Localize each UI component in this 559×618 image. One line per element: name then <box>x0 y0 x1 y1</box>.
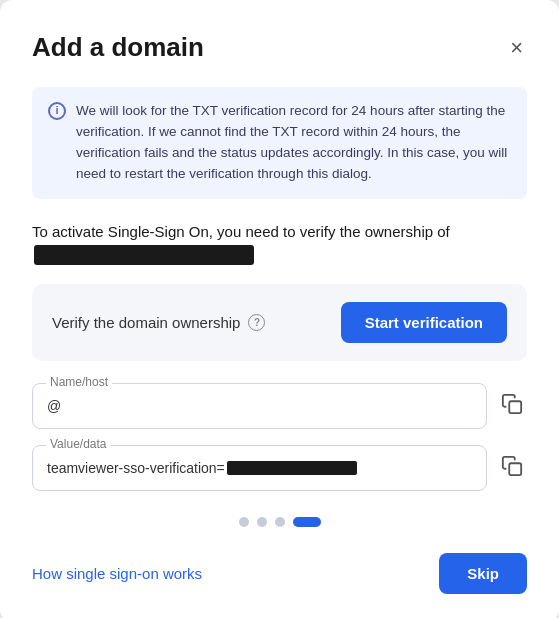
modal-footer: How single sign-on works Skip <box>32 545 527 594</box>
value-prefix: teamviewer-sso-verification= <box>47 460 225 476</box>
info-icon: i <box>48 102 66 120</box>
info-text: We will look for the TXT verification re… <box>76 101 511 185</box>
svg-rect-1 <box>509 463 521 475</box>
value-data-field: Value/data teamviewer-sso-verification= <box>32 445 527 491</box>
value-data-display: teamviewer-sso-verification= <box>32 445 487 491</box>
name-host-label: Name/host <box>46 375 112 389</box>
name-host-input[interactable] <box>32 383 487 429</box>
modal-title: Add a domain <box>32 32 204 63</box>
activation-text: To activate Single-Sign On, you need to … <box>32 221 527 266</box>
pagination-dots <box>32 517 527 527</box>
dot-2 <box>257 517 267 527</box>
close-button[interactable]: × <box>506 33 527 63</box>
how-sso-works-link[interactable]: How single sign-on works <box>32 565 202 582</box>
info-box: i We will look for the TXT verification … <box>32 87 527 199</box>
name-host-field: Name/host <box>32 383 527 429</box>
dot-4-active <box>293 517 321 527</box>
help-icon[interactable]: ? <box>248 314 265 331</box>
dot-3 <box>275 517 285 527</box>
start-verification-button[interactable]: Start verification <box>341 302 507 343</box>
value-data-label: Value/data <box>46 437 111 451</box>
verify-box: Verify the domain ownership ? Start veri… <box>32 284 527 361</box>
copy-name-button[interactable] <box>497 389 527 422</box>
value-redacted <box>227 461 357 475</box>
skip-button[interactable]: Skip <box>439 553 527 594</box>
modal-header: Add a domain × <box>32 32 527 63</box>
svg-rect-0 <box>509 401 521 413</box>
dot-1 <box>239 517 249 527</box>
add-domain-modal: Add a domain × i We will look for the TX… <box>0 0 559 618</box>
copy-value-button[interactable] <box>497 451 527 484</box>
verify-label: Verify the domain ownership ? <box>52 314 265 331</box>
domain-redacted <box>34 245 254 265</box>
